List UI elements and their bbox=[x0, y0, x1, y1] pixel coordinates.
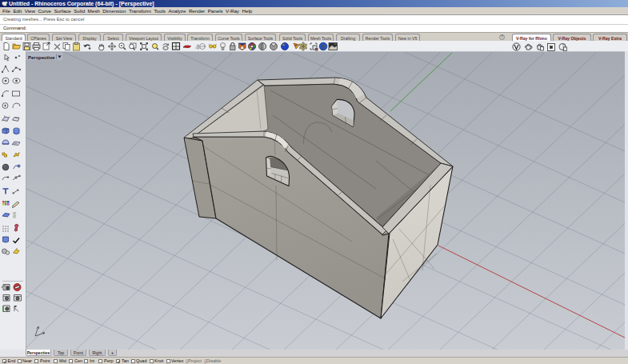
svg-text:Perspective: Perspective bbox=[28, 55, 55, 60]
svg-text:fff: fff bbox=[13, 214, 17, 219]
svg-text:?: ? bbox=[322, 43, 326, 50]
